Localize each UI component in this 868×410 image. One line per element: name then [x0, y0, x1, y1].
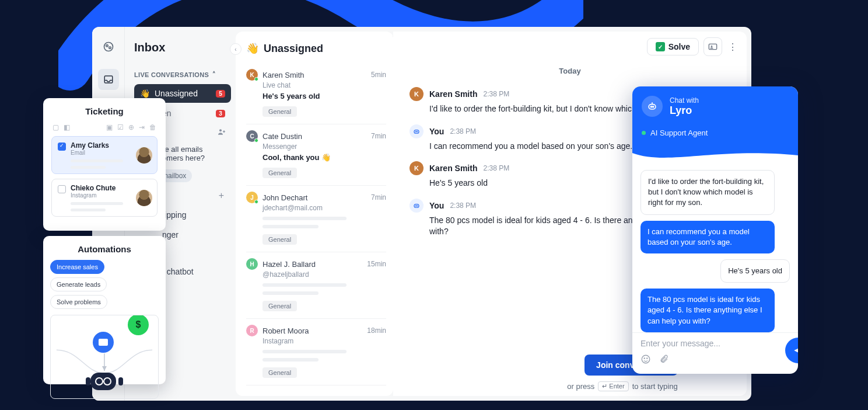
assign-icon[interactable]: ⊕ [128, 123, 134, 131]
conv-list-title: 👋Unassigned [246, 42, 386, 55]
svg-point-17 [653, 106, 654, 107]
conv-channel: jdechart@mail.com [262, 204, 386, 212]
ticket-checkbox[interactable] [58, 143, 66, 151]
check-icon[interactable]: ☑ [117, 123, 124, 131]
bot-node-icon [90, 373, 116, 390]
ticketing-title: Ticketing [51, 106, 158, 116]
svg-point-7 [711, 46, 713, 47]
date-separator: Today [410, 67, 730, 75]
ticket-avatar [136, 190, 152, 206]
conv-tag: General [262, 168, 297, 178]
image-icon[interactable]: ▣ [106, 123, 113, 131]
msg-time: 2:38 PM [483, 90, 509, 98]
lyro-header: Chat with Lyro AI Support Agent [632, 86, 798, 165]
add-people-icon[interactable] [217, 127, 226, 139]
ticket-checkbox[interactable] [58, 185, 66, 193]
bot-avatar-icon [642, 96, 663, 117]
conv-tag: General [262, 367, 297, 378]
ticket-item[interactable]: Amy Clarks Email [51, 136, 158, 174]
chevron-up-icon: ˄ [212, 71, 216, 78]
svg-point-0 [104, 43, 113, 51]
ticketing-card: Ticketing ▢ ◧ ▣ ☑ ⊕ ⇥ 🗑 Amy Clarks Email… [43, 98, 166, 231]
conv-name: Hazel J. Ballard [262, 260, 316, 269]
automation-chips: Increase salesGenerate leadsSolve proble… [50, 260, 159, 309]
msg-sender: You [429, 201, 444, 210]
conv-tag: General [262, 106, 297, 117]
lyro-message-input[interactable]: Enter your message... [640, 339, 790, 348]
conversation-item[interactable]: K Karen Smith 5min Live chat He's 5 year… [246, 63, 386, 124]
svg-marker-14 [102, 366, 107, 371]
conv-channel: Messenger [262, 143, 386, 151]
conv-time: 5min [371, 71, 386, 79]
svg-point-18 [642, 355, 650, 363]
export-icon[interactable]: ⇥ [139, 123, 145, 131]
avatar: K [246, 69, 258, 81]
bot-icon [410, 199, 424, 213]
unread-badge: 3 [216, 110, 225, 117]
svg-point-19 [644, 358, 645, 359]
conv-name: John Dechart [262, 193, 307, 202]
page-title: Inbox [134, 41, 231, 54]
wave-icon: 👋 [140, 89, 150, 98]
automations-title: Automations [50, 244, 159, 254]
svg-point-10 [417, 131, 418, 132]
msg-sender: You [429, 127, 444, 136]
avatar: H [246, 258, 258, 270]
attachment-icon[interactable] [659, 354, 668, 367]
automation-chip[interactable]: Increase sales [50, 260, 104, 274]
delete-icon[interactable]: 🗑 [149, 123, 156, 131]
avatar: J [246, 192, 258, 203]
solve-button[interactable]: ✓ Solve [647, 38, 699, 55]
enter-key-hint: ↵ Enter [598, 381, 628, 391]
ticket-channel: Instagram [71, 192, 123, 199]
nav-home-icon[interactable] [98, 36, 119, 57]
collapse-list-button[interactable]: ‹ [230, 43, 242, 55]
conv-name: Karen Smith [262, 71, 304, 79]
conv-name: Cate Dustin [262, 132, 302, 141]
msg-time: 2:38 PM [450, 127, 476, 135]
ticketing-toolbar: ▢ ◧ ▣ ☑ ⊕ ⇥ 🗑 [51, 123, 158, 136]
svg-point-2 [108, 47, 110, 48]
section-live-conversations[interactable]: LIVE CONVERSATIONS ˄ + [134, 71, 231, 78]
lyro-chat-widget: Chat with Lyro AI Support Agent I'd like… [632, 86, 798, 374]
svg-point-16 [650, 106, 652, 107]
emoji-icon[interactable] [640, 354, 651, 367]
conv-tag: General [262, 301, 297, 311]
msg-sender: Karen Smith [429, 89, 477, 99]
chat-toolbar: ✓ Solve ⋮ [647, 37, 738, 56]
more-menu-icon[interactable]: ⋮ [727, 41, 738, 53]
conversation-item[interactable]: R Robert Moora 18min Instagram General [246, 319, 386, 385]
conversation-item[interactable]: J John Dechart 7min jdechart@mail.com Ge… [246, 186, 386, 252]
avatar: K [410, 161, 424, 175]
dollar-node-icon: $ [128, 315, 149, 335]
lyro-subtitle: AI Support Agent [642, 128, 789, 137]
user-bubble: I'd like to order the fort-building kit,… [640, 170, 775, 215]
archive-icon[interactable]: ▢ [52, 123, 59, 131]
ticket-avatar [136, 147, 152, 164]
conversation-list: ‹ 👋Unassigned K Karen Smith 5min Live ch… [236, 32, 393, 396]
msg-time: 2:38 PM [450, 201, 476, 210]
avatar: R [246, 325, 258, 336]
contact-card-icon[interactable] [704, 37, 722, 56]
lyro-name: Lyro [670, 105, 699, 117]
user-bubble: He's 5 years old [720, 259, 790, 283]
sidebar-item-label: Unassigned [155, 89, 198, 98]
msg-time: 2:38 PM [483, 164, 509, 172]
conv-channel: Live chat [262, 81, 386, 89]
conv-channel: @hazeljballard [262, 270, 386, 279]
msg-sender: Karen Smith [429, 164, 477, 173]
label-icon[interactable]: ◧ [64, 123, 70, 131]
conv-time: 15min [367, 260, 386, 268]
automation-chip[interactable]: Solve problems [50, 295, 107, 309]
ticket-item[interactable]: Chieko Chute Instagram [51, 179, 158, 217]
automation-chip[interactable]: Generate leads [50, 277, 107, 291]
bot-bubble: The 80 pcs model is ideal for kids aged … [640, 289, 775, 332]
conv-preview: He's 5 years old [262, 92, 386, 100]
lyro-input-area: Enter your message... [632, 332, 798, 374]
conversation-item[interactable]: C Cate Dustin 7min Messenger Cool, thank… [246, 124, 386, 186]
unread-badge: 5 [216, 90, 225, 98]
nav-inbox-icon[interactable] [98, 69, 119, 90]
header-wave [632, 147, 798, 166]
conversation-item[interactable]: H Hazel J. Ballard 15min @hazeljballard … [246, 252, 386, 319]
avatar: C [246, 130, 258, 142]
